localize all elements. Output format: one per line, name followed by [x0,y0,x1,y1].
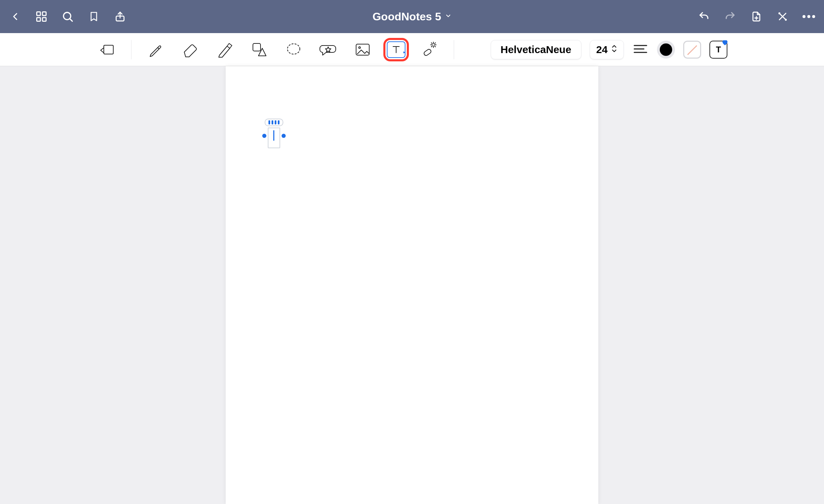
svg-line-33 [431,46,432,47]
document-title: GoodNotes 5 [372,10,441,23]
textbox-style-icon: T [716,45,721,54]
text-tool-corner-icon: ▸ [403,50,405,54]
chevron-down-icon [445,12,452,21]
nav-right-group [696,8,817,25]
text-background-button[interactable] [683,41,701,59]
svg-marker-19 [258,48,266,56]
svg-point-14 [807,15,810,18]
undo-button[interactable] [696,8,712,25]
svg-point-13 [803,15,805,18]
svg-point-22 [359,47,361,48]
text-cursor-icon [273,130,274,141]
resize-handle-left[interactable] [262,134,266,138]
shape-tool[interactable] [249,39,269,60]
svg-line-5 [70,19,72,21]
paragraph-style-button[interactable] [632,39,649,60]
svg-rect-16 [104,45,114,54]
separator [454,40,454,59]
zoom-window-tool[interactable] [97,39,117,60]
svg-rect-25 [423,48,432,56]
font-name-label: HelveticaNeue [501,44,571,56]
tool-group-left: ▸ [97,39,454,60]
search-button[interactable] [59,8,76,25]
canvas-area[interactable] [0,66,824,504]
nav-left-group [7,8,128,25]
active-text-box[interactable] [263,119,285,151]
stepper-icon [611,44,617,56]
svg-point-12 [785,19,786,20]
svg-line-17 [158,48,159,49]
svg-point-11 [779,13,780,14]
drag-handle-icon[interactable] [265,119,283,126]
font-selector[interactable]: HelveticaNeue [491,40,581,59]
editing-toolbar: ▸ HelveticaNeue 24 T [0,33,824,66]
svg-rect-3 [42,18,46,21]
share-button[interactable] [112,8,128,25]
nav-center[interactable]: GoodNotes 5 [128,10,696,23]
heart-icon [721,39,729,46]
top-navbar: GoodNotes 5 [0,0,824,33]
image-tool[interactable] [352,39,373,60]
pen-tool[interactable] [145,39,166,60]
text-tool[interactable]: ▸ [387,41,405,58]
font-size-label: 24 [596,44,608,56]
svg-rect-2 [37,18,41,21]
svg-rect-18 [253,43,261,51]
eraser-tool[interactable] [180,39,200,60]
highlighter-tool[interactable] [214,39,235,60]
svg-line-32 [434,43,435,44]
document-page[interactable] [226,66,598,504]
more-button[interactable] [801,8,817,25]
svg-rect-1 [42,12,46,16]
redo-button[interactable] [722,8,738,25]
textbox-style-button[interactable]: T [709,41,727,59]
thumbnails-button[interactable] [33,8,50,25]
separator [131,40,131,59]
svg-line-31 [434,46,435,47]
elements-tool[interactable] [318,39,339,60]
laser-pointer-tool[interactable] [419,39,440,60]
font-size-selector[interactable]: 24 [590,40,624,59]
add-page-button[interactable] [748,8,765,25]
text-color-swatch-icon [660,43,672,56]
resize-handle-right[interactable] [282,134,286,138]
back-button[interactable] [7,8,23,25]
text-options-group: HelveticaNeue 24 T [491,39,727,60]
svg-rect-0 [37,12,41,16]
svg-point-15 [812,15,815,18]
text-color-button[interactable] [657,41,675,59]
svg-point-20 [287,44,300,54]
svg-line-30 [431,43,432,44]
bookmark-button[interactable] [86,8,102,25]
close-edit-button[interactable] [774,8,791,25]
lasso-tool[interactable] [283,39,304,60]
